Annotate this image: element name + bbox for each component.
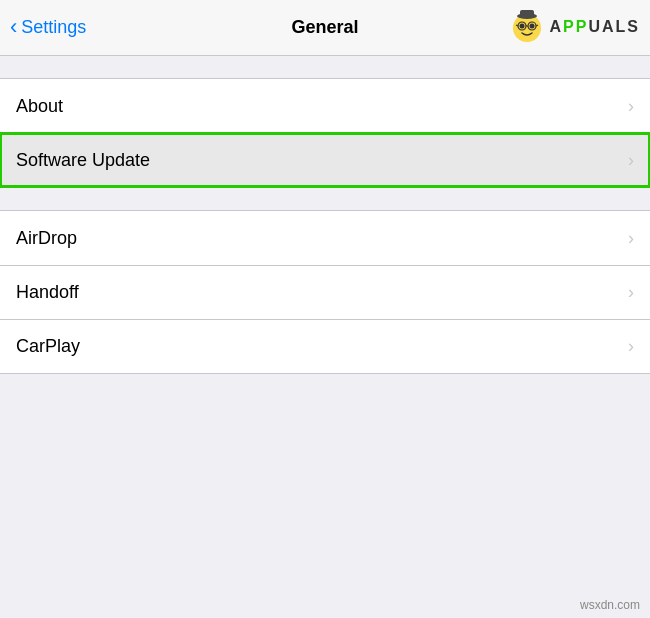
back-chevron-icon: ‹ (10, 16, 17, 38)
svg-rect-4 (520, 10, 534, 17)
group-spacer (0, 188, 650, 210)
carplay-row[interactable]: CarPlay › (0, 319, 650, 373)
airdrop-chevron-icon: › (628, 228, 634, 249)
watermark-logo: APPUALS (508, 8, 640, 46)
top-spacer (0, 56, 650, 78)
settings-group-2: AirDrop › Handoff › CarPlay › (0, 210, 650, 374)
handoff-row[interactable]: Handoff › (0, 265, 650, 319)
handoff-chevron-icon: › (628, 282, 634, 303)
back-button[interactable]: ‹ Settings (10, 17, 86, 38)
carplay-label: CarPlay (16, 336, 80, 357)
watermark-text: APPUALS (550, 18, 640, 36)
about-chevron-icon: › (628, 96, 634, 117)
handoff-label: Handoff (16, 282, 79, 303)
about-row[interactable]: About › (0, 79, 650, 133)
appuals-icon (508, 8, 546, 46)
back-label: Settings (21, 17, 86, 38)
svg-point-2 (529, 24, 534, 29)
software-update-chevron-icon: › (628, 150, 634, 171)
page-title: General (291, 17, 358, 38)
settings-group-1: About › Software Update › (0, 78, 650, 188)
airdrop-row[interactable]: AirDrop › (0, 211, 650, 265)
software-update-label: Software Update (16, 150, 150, 171)
svg-point-1 (519, 24, 524, 29)
about-label: About (16, 96, 63, 117)
airdrop-label: AirDrop (16, 228, 77, 249)
bottom-watermark: wsxdn.com (580, 598, 640, 612)
software-update-row[interactable]: Software Update › (0, 133, 650, 187)
carplay-chevron-icon: › (628, 336, 634, 357)
nav-bar: ‹ Settings General APPUALS (0, 0, 650, 56)
